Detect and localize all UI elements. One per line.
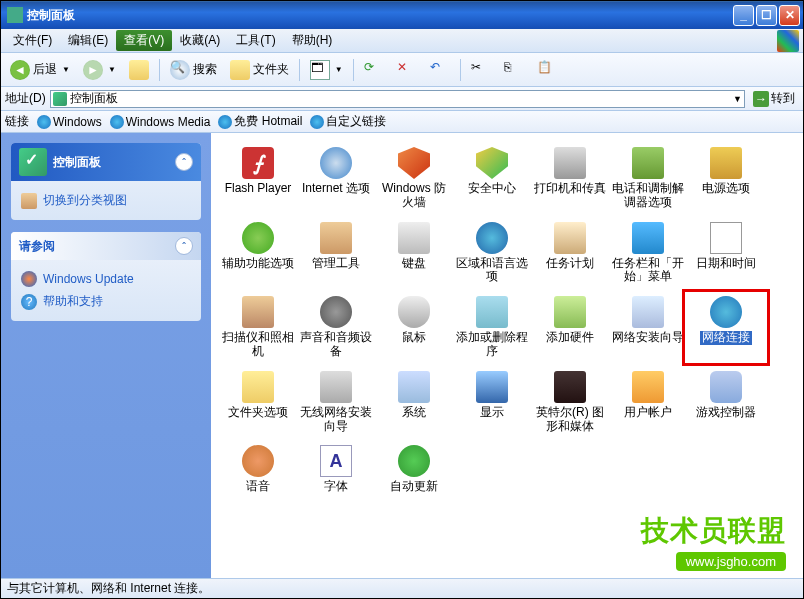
collapse-button[interactable]: ˆ	[175, 153, 193, 171]
window-title: 控制面板	[27, 7, 733, 24]
link-help-support[interactable]: ?帮助和支持	[21, 290, 191, 313]
item-addhw[interactable]: 添加硬件	[531, 294, 609, 361]
item-tbar[interactable]: 任务栏和「开始」菜单	[609, 220, 687, 287]
item-update[interactable]: 自动更新	[375, 443, 453, 496]
globe-icon	[21, 271, 37, 287]
item-power[interactable]: 电源选项	[687, 145, 765, 212]
item-task[interactable]: 任务计划	[531, 220, 609, 287]
link-hotmail[interactable]: 免费 Hotmail	[218, 113, 302, 130]
item-admin[interactable]: 管理工具	[297, 220, 375, 287]
item-sys[interactable]: 系统	[375, 369, 453, 436]
address-label: 地址(D)	[5, 90, 46, 107]
item-flash[interactable]: Flash Player	[219, 145, 297, 212]
speech-icon	[242, 445, 274, 477]
sync-button[interactable]: ⟳	[359, 58, 389, 82]
item-fw[interactable]: Windows 防火墙	[375, 145, 453, 212]
panel-head-cp[interactable]: 控制面板 ˆ	[11, 143, 201, 181]
item-inet[interactable]: Internet 选项	[297, 145, 375, 212]
menu-file[interactable]: 文件(F)	[5, 30, 60, 51]
item-acc[interactable]: 辅助功能选项	[219, 220, 297, 287]
item-netconn[interactable]: 网络连接	[687, 294, 765, 361]
back-label: 后退	[33, 61, 57, 78]
link-custom[interactable]: 自定义链接	[310, 113, 386, 130]
item-print[interactable]: 打印机和传真	[531, 145, 609, 212]
separator	[159, 59, 160, 81]
separator	[353, 59, 354, 81]
watermark-title: 技术员联盟	[641, 512, 786, 550]
item-region[interactable]: 区域和语言选项	[453, 220, 531, 287]
item-netwiz[interactable]: 网络安装向导	[609, 294, 687, 361]
item-label: 英特尔(R) 图形和媒体	[533, 406, 607, 434]
search-button[interactable]: 🔍搜索	[165, 58, 222, 82]
fw-icon	[398, 147, 430, 179]
panel-see-also: 请参阅 ˆ Windows Update ?帮助和支持	[11, 232, 201, 321]
item-label: 任务栏和「开始」菜单	[611, 257, 685, 285]
scan-icon	[242, 296, 274, 328]
kb-icon	[398, 222, 430, 254]
menu-favorites[interactable]: 收藏(A)	[172, 30, 228, 51]
watermark: 技术员联盟 www.jsgho.com	[641, 512, 786, 571]
panel-head-see-also[interactable]: 请参阅 ˆ	[11, 232, 201, 260]
link-windows-update[interactable]: Windows Update	[21, 268, 191, 290]
item-mouse[interactable]: 鼠标	[375, 294, 453, 361]
maximize-button[interactable]: ☐	[756, 5, 777, 26]
netconn-icon	[710, 296, 742, 328]
stop-button[interactable]: ✕	[392, 58, 422, 82]
sound-icon	[320, 296, 352, 328]
separator	[299, 59, 300, 81]
panel-title: 请参阅	[19, 238, 55, 255]
acc-icon	[242, 222, 274, 254]
item-intel[interactable]: 英特尔(R) 图形和媒体	[531, 369, 609, 436]
menu-help[interactable]: 帮助(H)	[284, 30, 341, 51]
admin-icon	[320, 222, 352, 254]
back-button[interactable]: ◄后退▼	[5, 58, 75, 82]
menu-edit[interactable]: 编辑(E)	[60, 30, 116, 51]
collapse-button[interactable]: ˆ	[175, 237, 193, 255]
item-folder[interactable]: 文件夹选项	[219, 369, 297, 436]
item-user[interactable]: 用户帐户	[609, 369, 687, 436]
paste-button[interactable]: 📋	[532, 58, 562, 82]
help-icon: ?	[21, 294, 37, 310]
intel-icon	[554, 371, 586, 403]
item-kb[interactable]: 键盘	[375, 220, 453, 287]
link-windows[interactable]: Windows	[37, 115, 102, 129]
link-windows-media[interactable]: Windows Media	[110, 115, 211, 129]
panel-control-panel: 控制面板 ˆ 切换到分类视图	[11, 143, 201, 220]
item-addrem[interactable]: 添加或删除程序	[453, 294, 531, 361]
menu-view[interactable]: 查看(V)	[116, 30, 172, 51]
item-speech[interactable]: 语音	[219, 443, 297, 496]
item-font[interactable]: 字体	[297, 443, 375, 496]
chevron-down-icon[interactable]: ▼	[733, 94, 742, 104]
item-date[interactable]: 日期和时间	[687, 220, 765, 287]
folders-button[interactable]: 文件夹	[225, 58, 294, 82]
undo-button[interactable]: ↶	[425, 58, 455, 82]
close-button[interactable]: ✕	[779, 5, 800, 26]
item-wifi[interactable]: 无线网络安装向导	[297, 369, 375, 436]
control-panel-icon	[19, 148, 47, 176]
forward-button[interactable]: ►▼	[78, 58, 121, 82]
window-icon	[7, 7, 23, 23]
game-icon	[710, 371, 742, 403]
minimize-button[interactable]: _	[733, 5, 754, 26]
item-label: 电话和调制解调器选项	[611, 182, 685, 210]
item-sound[interactable]: 声音和音频设备	[297, 294, 375, 361]
copy-button[interactable]: ⎘	[499, 58, 529, 82]
cut-button[interactable]: ✂	[466, 58, 496, 82]
item-disp[interactable]: 显示	[453, 369, 531, 436]
menu-tools[interactable]: 工具(T)	[228, 30, 283, 51]
item-game[interactable]: 游戏控制器	[687, 369, 765, 436]
links-bar: 链接 Windows Windows Media 免费 Hotmail 自定义链…	[1, 111, 803, 133]
go-label: 转到	[771, 90, 795, 107]
item-sec[interactable]: 安全中心	[453, 145, 531, 212]
views-button[interactable]: 🗔▼	[305, 58, 348, 82]
search-label: 搜索	[193, 61, 217, 78]
go-button[interactable]: →转到	[749, 90, 799, 107]
ie-icon	[110, 115, 124, 129]
up-button[interactable]	[124, 58, 154, 82]
link-switch-view[interactable]: 切换到分类视图	[21, 189, 191, 212]
item-phone[interactable]: 电话和调制解调器选项	[609, 145, 687, 212]
address-input[interactable]: 控制面板 ▼	[50, 90, 745, 108]
item-scan[interactable]: 扫描仪和照相机	[219, 294, 297, 361]
print-icon	[554, 147, 586, 179]
item-label: 安全中心	[468, 182, 516, 196]
